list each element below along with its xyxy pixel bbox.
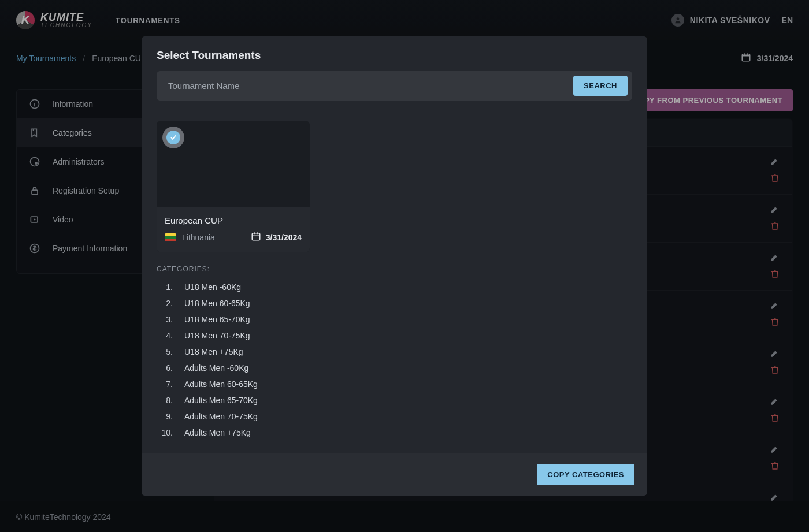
category-item: 10.Adults Men +75Kg xyxy=(157,425,632,441)
category-item: 6.Adults Men -60Kg xyxy=(157,360,632,376)
tournament-card-date: 3/31/2024 xyxy=(266,233,302,242)
category-number: 10. xyxy=(159,428,173,437)
category-item: 7.Adults Men 60-65Kg xyxy=(157,376,632,392)
category-number: 2. xyxy=(159,299,173,308)
category-item: 2.U18 Men 60-65Kg xyxy=(157,295,632,311)
category-item: 3.U18 Men 65-70Kg xyxy=(157,311,632,328)
selected-badge[interactable] xyxy=(162,127,184,148)
select-tournaments-modal: Select Tournaments SEARCH European CUP L… xyxy=(142,36,647,496)
category-name: U18 Men 65-70Kg xyxy=(184,315,250,324)
category-name: Adults Men 60-65Kg xyxy=(184,380,258,389)
category-item: 9.Adults Men 70-75Kg xyxy=(157,408,632,425)
categories-list: 1.U18 Men -60Kg2.U18 Men 60-65Kg3.U18 Me… xyxy=(157,279,632,441)
search-button[interactable]: SEARCH xyxy=(573,76,628,96)
category-number: 6. xyxy=(159,363,173,373)
category-number: 8. xyxy=(159,396,173,405)
category-name: Adults Men 70-75Kg xyxy=(184,412,258,421)
category-number: 1. xyxy=(159,282,173,292)
category-number: 9. xyxy=(159,412,173,421)
check-icon xyxy=(166,131,180,144)
category-name: U18 Men -60Kg xyxy=(184,282,241,292)
tournament-country: Lithuania xyxy=(182,233,215,242)
modal-title: Select Tournaments xyxy=(157,49,632,62)
category-name: Adults Men -60Kg xyxy=(184,363,248,373)
category-number: 5. xyxy=(159,347,173,356)
tournament-card[interactable]: European CUP Lithuania 3/31/2024 xyxy=(157,121,310,252)
category-item: 1.U18 Men -60Kg xyxy=(157,279,632,295)
category-name: U18 Men 60-65Kg xyxy=(184,299,250,308)
category-number: 3. xyxy=(159,315,173,324)
flag-icon xyxy=(165,233,176,241)
category-number: 7. xyxy=(159,380,173,389)
tournament-search-input[interactable] xyxy=(167,80,573,91)
calendar-icon xyxy=(251,231,261,243)
copy-categories-button[interactable]: COPY CATEGORIES xyxy=(537,464,634,485)
category-name: U18 Men 70-75Kg xyxy=(184,331,250,340)
category-name: U18 Men +75Kg xyxy=(184,347,243,356)
search-bar: SEARCH xyxy=(157,71,632,101)
category-name: Adults Men 65-70Kg xyxy=(184,396,258,405)
tournament-card-title: European CUP xyxy=(165,215,302,225)
category-item: 5.U18 Men +75Kg xyxy=(157,344,632,360)
category-item: 8.Adults Men 65-70Kg xyxy=(157,392,632,408)
category-item: 4.U18 Men 70-75Kg xyxy=(157,328,632,344)
category-name: Adults Men +75Kg xyxy=(184,428,251,437)
modal-footer: COPY CATEGORIES xyxy=(142,453,647,496)
svg-rect-8 xyxy=(252,233,260,240)
divider xyxy=(142,110,647,110)
category-number: 4. xyxy=(159,331,173,340)
categories-heading: CATEGORIES: xyxy=(157,265,632,273)
